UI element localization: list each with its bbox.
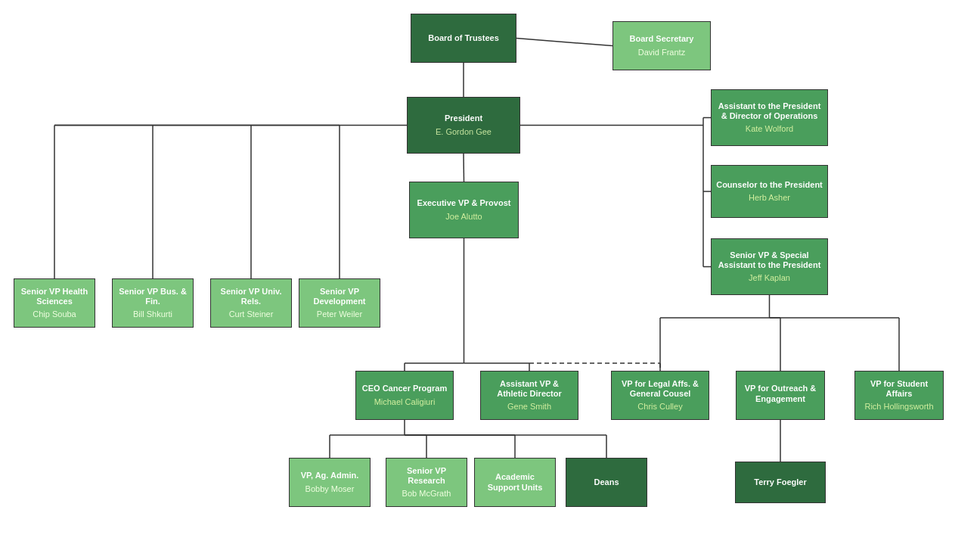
svg-line-7 bbox=[464, 154, 464, 182]
svp-bus-node: Senior VP Bus. & Fin. Bill Shkurti bbox=[112, 278, 194, 328]
vp-legal-node: VP for Legal Affs. & General Cousel Chri… bbox=[611, 371, 709, 420]
asst-vp-athletic-node: Assistant VP & Athletic Director Gene Sm… bbox=[480, 371, 578, 420]
board-secretary-node: Board Secretary David Frantz bbox=[612, 21, 711, 70]
president-node: President E. Gordon Gee bbox=[407, 97, 520, 154]
svp-special-node: Senior VP & Special Assistant to the Pre… bbox=[711, 238, 828, 295]
board-node: Board of Trustees bbox=[411, 14, 516, 63]
svp-univ-node: Senior VP Univ. Rels. Curt Steiner bbox=[210, 278, 292, 328]
svp-health-node: Senior VP Health Sciences Chip Souba bbox=[14, 278, 95, 328]
academic-support-node: Academic Support Units bbox=[474, 458, 556, 507]
ceo-cancer-node: CEO Cancer Program Michael Caligiuri bbox=[355, 371, 454, 420]
vp-ag-node: VP, Ag. Admin. Bobby Moser bbox=[289, 458, 371, 507]
svp-research-node: Senior VP Research Bob McGrath bbox=[386, 458, 467, 507]
asst-president-node: Assistant to the President & Director of… bbox=[711, 89, 828, 146]
terry-node: Terry Foegler bbox=[735, 462, 826, 503]
svg-line-0 bbox=[516, 39, 612, 46]
counselor-node: Counselor to the President Herb Asher bbox=[711, 165, 828, 218]
vp-outreach-node: VP for Outreach & Engagement bbox=[736, 371, 825, 420]
deans-node: Deans bbox=[566, 458, 647, 507]
evp-provost-node: Executive VP & Provost Joe Alutto bbox=[409, 182, 519, 238]
svp-dev-node: Senior VP Development Peter Weiler bbox=[299, 278, 380, 328]
vp-student-node: VP for Student Affairs Rich Hollingswort… bbox=[854, 371, 944, 420]
